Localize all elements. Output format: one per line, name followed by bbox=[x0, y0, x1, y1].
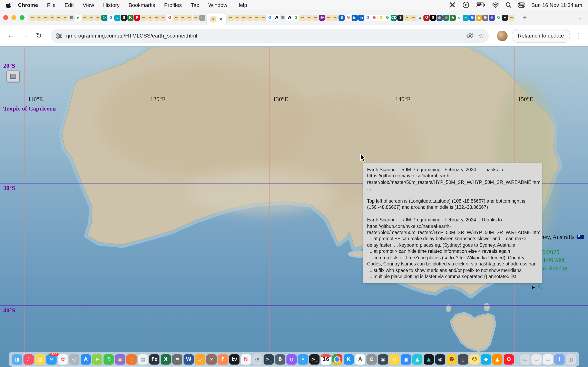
tab-favicon-left-1[interactable]: ✒ bbox=[29, 15, 35, 21]
tab-favicon-right-37[interactable]: ∞ bbox=[463, 15, 469, 21]
battery-icon[interactable] bbox=[476, 2, 485, 7]
tab-favicon-right-14[interactable]: ✒ bbox=[312, 15, 319, 21]
firefox-dock-icon[interactable]: F bbox=[218, 354, 228, 364]
control-center-icon[interactable] bbox=[518, 2, 525, 8]
tab-favicon-right-26[interactable]: CD bbox=[391, 15, 397, 21]
tab-favicon-right-12[interactable]: ✒ bbox=[299, 15, 305, 21]
maps-dock-icon[interactable]: ➤ bbox=[92, 354, 102, 364]
window-thumb-1-dock-icon[interactable]: ▭ bbox=[520, 354, 530, 364]
tab-favicon-left-20[interactable]: ✒ bbox=[154, 15, 160, 21]
tab-favicon-right-2[interactable]: ✒ bbox=[234, 15, 240, 21]
tab-favicon-right-23[interactable]: G bbox=[371, 15, 377, 21]
address-bar[interactable]: rjmprogramming.com.au/HTMLCSS/earth_scan… bbox=[51, 29, 489, 43]
tab-favicon-right-38[interactable]: G bbox=[469, 15, 475, 21]
app-store-dock-icon[interactable]: A bbox=[81, 354, 91, 364]
site-settings-icon[interactable] bbox=[56, 33, 62, 39]
bbedit-dock-icon[interactable]: B bbox=[275, 354, 285, 364]
zoom-dock-icon[interactable]: ▣ bbox=[401, 354, 411, 364]
menu-item-tab[interactable]: Tab bbox=[191, 2, 199, 8]
tab-favicon-left-6[interactable]: ✒ bbox=[62, 15, 68, 21]
tab-favicon-right-11[interactable]: G bbox=[293, 15, 299, 21]
tab-favicon-right-19[interactable]: M bbox=[345, 15, 351, 21]
tab-favicon-right-4[interactable]: ✒ bbox=[247, 15, 253, 21]
tab-favicon-left-22[interactable]: G bbox=[167, 15, 173, 21]
tab-favicon-right-10[interactable]: W bbox=[286, 15, 292, 21]
keynote-dock-icon[interactable]: K bbox=[344, 354, 354, 364]
music-dock-icon[interactable]: ♫ bbox=[24, 354, 34, 364]
apple-tv-dock-icon[interactable]: tv bbox=[229, 354, 240, 364]
chrome-dock-icon[interactable] bbox=[332, 354, 342, 364]
tab-close-icon[interactable]: ✕ bbox=[219, 17, 223, 22]
tab-favicon-right-35[interactable]: ★ bbox=[450, 15, 456, 21]
menu-item-edit[interactable]: Edit bbox=[65, 2, 74, 8]
tab-favicon-right-18[interactable]: S bbox=[338, 15, 345, 21]
photo-booth-dock-icon[interactable]: ◉ bbox=[115, 354, 125, 364]
tab-favicon-left-24[interactable]: ✒ bbox=[180, 15, 186, 21]
tab-favicon-left-13[interactable]: G bbox=[108, 15, 114, 21]
tab-favicon-right-41[interactable]: ◉ bbox=[489, 15, 495, 21]
iterm-dock-icon[interactable]: >_ bbox=[264, 354, 274, 364]
blender-dock-icon[interactable]: ◌ bbox=[126, 354, 137, 364]
tab-favicon-left-2[interactable]: ✒ bbox=[36, 15, 42, 21]
camera-dock-icon[interactable]: ◉ bbox=[378, 354, 388, 364]
tab-favicon-left-12[interactable]: © bbox=[101, 15, 107, 21]
pixelmator-dock-icon[interactable]: ▲ bbox=[412, 354, 423, 364]
tab-favicon-right-30[interactable]: w bbox=[417, 15, 423, 21]
tab-favicon-right-32[interactable]: 8 bbox=[430, 15, 436, 21]
url-text[interactable]: rjmprogramming.com.au/HTMLCSS/earth_scan… bbox=[66, 33, 461, 39]
facetime-dock-icon[interactable]: ✆ bbox=[104, 354, 114, 364]
tab-favicon-right-33[interactable]: ◉ bbox=[437, 15, 443, 21]
excel-dock-icon[interactable]: X bbox=[161, 354, 171, 364]
podcasts-dock-icon[interactable]: ◍ bbox=[286, 354, 297, 364]
memoji-dock-icon[interactable]: ☻ bbox=[447, 354, 457, 364]
tab-favicon-right-8[interactable]: W bbox=[273, 15, 279, 21]
settings-dock-icon[interactable]: ⚙ bbox=[366, 354, 377, 364]
window-close-button[interactable] bbox=[3, 15, 8, 20]
tab-favicon-left-21[interactable]: ✒ bbox=[160, 15, 166, 21]
apple-menu-icon[interactable] bbox=[6, 2, 11, 8]
relaunch-to-update-button[interactable]: Relaunch to update bbox=[512, 29, 570, 43]
snapshot-thumbnail[interactable] bbox=[7, 71, 20, 82]
tab-favicon-right-1[interactable]: ✒ bbox=[227, 15, 233, 21]
tab-favicon-left-26[interactable]: ✒ bbox=[193, 15, 199, 21]
tab-favicon-right-21[interactable]: in bbox=[358, 15, 364, 21]
finder-dock-icon[interactable]: ◨ bbox=[12, 354, 22, 364]
tab-favicon-right-5[interactable]: ✒ bbox=[254, 15, 260, 21]
kodi-dock-icon[interactable]: ◆ bbox=[481, 354, 491, 364]
back-button[interactable]: ← bbox=[5, 30, 17, 42]
reload-button[interactable]: ↻ bbox=[33, 30, 45, 42]
smiley-dock-icon[interactable]: ☺ bbox=[469, 354, 480, 364]
tab-favicon-right-15[interactable]: @ bbox=[319, 15, 325, 21]
tab-favicon-right-42[interactable]: G bbox=[495, 15, 502, 21]
active-tab[interactable]: ✒ ✕ bbox=[207, 13, 226, 25]
tab-favicon-right-25[interactable]: G bbox=[384, 15, 390, 21]
tab-favicon-left-5[interactable]: ✒ bbox=[56, 15, 62, 21]
pencil-icon[interactable]: ✎ bbox=[537, 284, 542, 291]
folder-orange-dock-icon[interactable]: ▱ bbox=[195, 354, 205, 364]
bookmark-star-icon[interactable]: ☆ bbox=[479, 32, 484, 39]
safari-dock-icon[interactable]: ✧ bbox=[298, 354, 308, 364]
tab-favicon-right-24[interactable]: G bbox=[378, 15, 384, 21]
terminal-dock-icon[interactable]: >_ bbox=[309, 354, 320, 364]
menubar-clock[interactable]: Sun 16 Nov 11:34 am bbox=[531, 2, 582, 8]
tab-favicon-right-27[interactable]: S bbox=[397, 15, 403, 21]
tab-overflow-button[interactable]: ⌄ bbox=[575, 15, 585, 21]
tab-favicon-left-4[interactable]: ✒ bbox=[49, 15, 55, 21]
tab-favicon-right-20[interactable]: in bbox=[352, 15, 358, 21]
preview-dock-icon[interactable]: ◎ bbox=[69, 354, 79, 364]
finale-dock-icon[interactable]: Fz bbox=[149, 354, 159, 364]
steam-dock-icon[interactable]: ◉ bbox=[435, 354, 445, 364]
window-zoom-button[interactable] bbox=[20, 15, 25, 20]
screen-mirroring-icon[interactable] bbox=[463, 2, 469, 8]
chrome-menu-icon[interactable]: ⋮ bbox=[573, 32, 583, 40]
calculator-dock-icon[interactable]: = bbox=[172, 354, 182, 364]
window-minimize-button[interactable] bbox=[11, 15, 16, 20]
tab-favicon-right-3[interactable]: ✒ bbox=[241, 15, 247, 21]
tab-favicon-left-15[interactable]: S bbox=[121, 15, 127, 21]
binoculars-dock-icon[interactable]: ∞ bbox=[207, 354, 217, 364]
tab-favicon-right-31[interactable]: U bbox=[424, 15, 430, 21]
tab-favicon-right-22[interactable]: G bbox=[365, 15, 371, 21]
tab-favicon-left-16[interactable]: K bbox=[127, 15, 134, 21]
disk-utility-dock-icon[interactable]: ◔ bbox=[252, 354, 262, 364]
tab-favicon-right-43[interactable]: ● bbox=[502, 15, 508, 21]
